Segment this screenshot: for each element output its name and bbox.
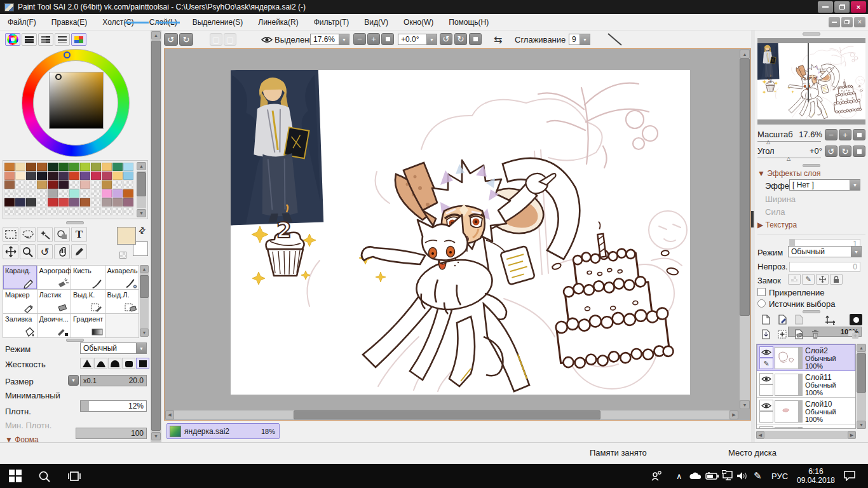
nav-angle-slider-marker[interactable]: △ [787, 156, 790, 161]
swatch-cell[interactable] [69, 189, 79, 198]
swatch-cell[interactable] [69, 180, 79, 189]
menu-edit[interactable]: Правка(E) [44, 15, 95, 29]
tray-people-button[interactable] [651, 470, 663, 482]
size-unit-dropdown[interactable]: ▼ [68, 375, 79, 386]
swatch-cell[interactable] [58, 198, 69, 207]
swatch-cell[interactable] [37, 180, 47, 189]
sv-marker[interactable] [55, 74, 62, 80]
menu-ruler[interactable]: Линейка(R) [250, 15, 306, 29]
nav-rotate-ccw-button[interactable]: ↺ [825, 146, 837, 157]
hardness-1[interactable] [80, 358, 93, 369]
menu-filter[interactable]: Фильтр(T) [306, 15, 357, 29]
layer-row[interactable]: Слой10 Обычный 100% [757, 398, 855, 424]
nav-scale-slider-marker[interactable]: △ [766, 139, 770, 145]
tool-binary-pen[interactable]: Двоичн... [37, 314, 71, 337]
swatch-cell[interactable] [4, 180, 15, 189]
new-folder-button[interactable] [792, 314, 806, 325]
zoom-dropdown[interactable]: 17.6%▼ [310, 34, 349, 45]
layers-hscroll-track[interactable] [764, 431, 848, 439]
tool-pencil[interactable]: Каранд. [3, 266, 37, 289]
swatch-cell[interactable] [112, 180, 123, 189]
zoom-tool[interactable] [20, 244, 36, 259]
transform-button[interactable] [824, 314, 837, 325]
tools-scroll-thumb[interactable] [140, 275, 149, 298]
swatch-cell[interactable] [26, 189, 36, 198]
swatch-cell[interactable] [4, 172, 15, 180]
doc-close-button[interactable]: × [854, 17, 865, 27]
text-tool[interactable]: T [71, 227, 87, 242]
swatch-cell[interactable] [26, 163, 36, 171]
restore-button[interactable] [834, 1, 850, 13]
swatch-cell[interactable] [48, 189, 58, 198]
layer-thumbnail[interactable] [775, 347, 803, 369]
swatch-cell[interactable] [48, 198, 58, 207]
hardness-3[interactable] [108, 358, 121, 369]
swatch-cell[interactable] [102, 172, 112, 180]
swatch-scroll-up[interactable]: ▲ [137, 162, 146, 170]
swatch-cell[interactable] [112, 189, 123, 198]
swatch-cell[interactable] [102, 180, 112, 189]
navigator-thumbnail[interactable] [757, 43, 865, 119]
panel-divider2[interactable] [66, 339, 84, 342]
swatch-cell[interactable] [37, 198, 47, 207]
swatch-cell[interactable] [15, 163, 25, 171]
swatch-cell[interactable] [58, 163, 69, 171]
swatch-cell[interactable] [91, 189, 101, 198]
swatch-cell[interactable] [123, 180, 133, 189]
swatch-cell[interactable] [58, 189, 69, 198]
tray-volume-button[interactable] [736, 471, 749, 481]
splitter-handle[interactable] [751, 211, 754, 227]
nav-zoom-in-button[interactable]: + [839, 129, 851, 140]
layer-thumbnail[interactable] [775, 400, 803, 423]
swatch-cell[interactable] [112, 163, 123, 171]
tool-select-pen[interactable]: Выд.К. [71, 290, 105, 313]
swatch-cell[interactable] [112, 172, 123, 180]
layer-paint-indicator[interactable]: ✎ [759, 358, 773, 369]
rotate-reset-button[interactable] [469, 33, 482, 45]
swatch-cell[interactable] [123, 207, 133, 215]
move-tool[interactable] [3, 244, 18, 259]
layer-visibility-toggle[interactable] [759, 400, 773, 411]
smoothing-dropdown[interactable]: 9▼ [569, 34, 590, 45]
lasso-tool[interactable] [20, 227, 36, 242]
zoom-reset-button[interactable] [381, 33, 394, 45]
hue-marker[interactable] [64, 51, 71, 58]
swatch-scroll-thumb[interactable] [137, 172, 146, 196]
layer-paint-indicator[interactable] [759, 384, 773, 396]
tools-scroll-up[interactable]: ▲ [140, 265, 149, 273]
shape-tool[interactable] [54, 227, 70, 242]
swatch-cell[interactable] [26, 172, 36, 180]
texture-header[interactable]: ▶ Текстура [757, 220, 797, 229]
canvas-hscroll-thumb[interactable] [294, 410, 600, 419]
rotate-cw-button[interactable]: ↻ [454, 33, 467, 45]
rotate-ccw-button[interactable]: ↺ [440, 33, 452, 45]
canvas-artwork[interactable] [231, 70, 690, 395]
tray-clock[interactable]: 6:16 09.04.2018 [793, 467, 839, 485]
layer-visibility-toggle[interactable] [759, 373, 773, 384]
swatch-cell[interactable] [58, 207, 69, 215]
swatch-cell[interactable] [4, 198, 15, 207]
layer-paint-indicator[interactable] [759, 411, 773, 423]
lock-move-button[interactable] [816, 274, 829, 285]
nav-zoom-out-button[interactable]: − [825, 129, 837, 140]
swatch-cell[interactable] [102, 189, 112, 198]
tool-brush[interactable]: Кисть [71, 266, 105, 289]
tray-network-button[interactable] [722, 470, 735, 481]
transparent-color-button[interactable] [119, 252, 126, 259]
swatch-cell[interactable] [102, 198, 112, 207]
swatches-tab[interactable] [71, 33, 86, 46]
tool-fill[interactable]: Заливка [3, 314, 37, 337]
layer-visibility-toggle[interactable] [759, 346, 773, 358]
swatch-cell[interactable] [80, 189, 90, 198]
swatch-cell[interactable] [80, 172, 90, 180]
hand-tool[interactable] [54, 244, 70, 259]
swatch-cell[interactable] [4, 163, 15, 171]
swatch-cell[interactable] [4, 207, 15, 215]
layers-scroll-left[interactable]: ◀ [756, 431, 764, 439]
swatch-cell[interactable] [37, 189, 47, 198]
layer-row[interactable] [757, 424, 855, 429]
tray-battery-button[interactable] [705, 472, 719, 480]
swatch-cell[interactable] [80, 180, 90, 189]
layers-scroll-up[interactable]: ▲ [857, 344, 866, 352]
clear-layer-button[interactable] [792, 329, 806, 340]
